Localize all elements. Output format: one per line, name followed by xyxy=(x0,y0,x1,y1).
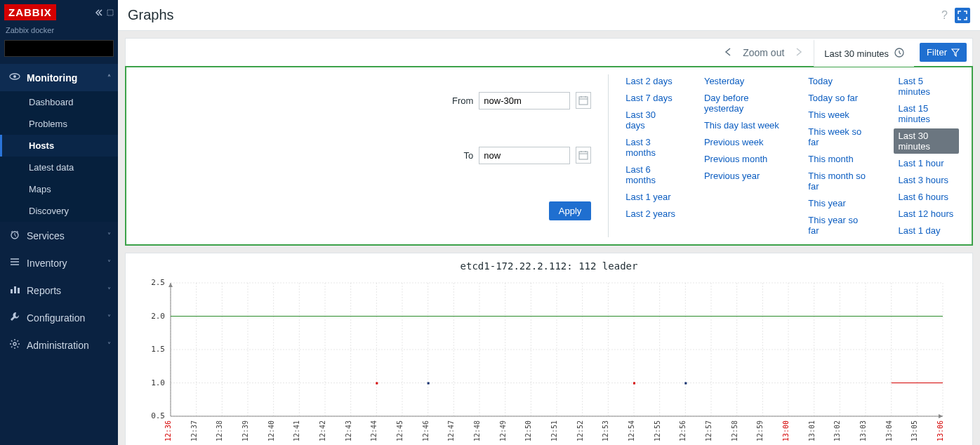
logo: ZABBIX xyxy=(4,4,56,20)
preset-day-before-yesterday[interactable]: Day before yesterday xyxy=(704,93,780,114)
filter-button[interactable]: Filter xyxy=(920,43,967,62)
preset-last-3-months[interactable]: Last 3 months xyxy=(625,137,676,158)
preset-last-3-hours[interactable]: Last 3 hours xyxy=(898,175,955,185)
apply-button[interactable]: Apply xyxy=(549,201,592,220)
preset-last-2-years[interactable]: Last 2 years xyxy=(625,208,676,219)
preset-last-1-year[interactable]: Last 1 year xyxy=(625,192,676,202)
page-title: Graphs xyxy=(128,7,174,23)
time-nav: Zoom out Last 30 minutes Filter xyxy=(125,38,973,67)
svg-rect-100 xyxy=(428,383,430,385)
nav-monitoring[interactable]: Monitoring˄ xyxy=(0,64,118,91)
nav-administration[interactable]: Administration˅ xyxy=(0,331,118,359)
chevron-down-icon: ˅ xyxy=(107,232,111,239)
preset-last-1-hour[interactable]: Last 1 hour xyxy=(898,158,955,168)
svg-text:12:58: 12:58 xyxy=(731,420,739,441)
nav-services[interactable]: Services˅ xyxy=(0,222,118,249)
svg-point-12 xyxy=(13,343,16,345)
to-label: To xyxy=(452,150,473,161)
time-range-tab[interactable]: Last 30 minutes xyxy=(814,39,914,67)
svg-text:12:45: 12:45 xyxy=(396,420,404,441)
bar-icon xyxy=(7,284,22,297)
svg-rect-18 xyxy=(579,152,588,159)
svg-text:12:52: 12:52 xyxy=(576,420,584,441)
svg-text:12:48: 12:48 xyxy=(473,420,481,441)
preset-this-month-so-far[interactable]: This month so far xyxy=(808,171,870,192)
nav-configuration[interactable]: Configuration˅ xyxy=(0,304,118,331)
svg-text:12:54: 12:54 xyxy=(628,420,635,441)
svg-text:1.5: 1.5 xyxy=(151,345,165,354)
preset-last-6-hours[interactable]: Last 6 hours xyxy=(898,192,955,202)
filter-panel: From To Apply Last 2 daysLast 7 daysLa xyxy=(125,67,973,246)
preset-this-day-last-week[interactable]: This day last week xyxy=(704,120,780,131)
svg-text:12:44: 12:44 xyxy=(370,420,378,441)
svg-text:1.0: 1.0 xyxy=(151,378,165,387)
search-input[interactable] xyxy=(4,40,114,57)
calendar-icon[interactable] xyxy=(576,92,591,109)
app-subtitle: Zabbix docker xyxy=(0,25,118,40)
topbar: Graphs ? xyxy=(118,0,980,31)
help-icon[interactable]: ? xyxy=(941,9,948,22)
preset-this-month[interactable]: This month xyxy=(808,154,870,164)
preset-last-1-day[interactable]: Last 1 day xyxy=(898,225,955,236)
preset-previous-week[interactable]: Previous week xyxy=(704,137,780,147)
nav-item-maps[interactable]: Maps xyxy=(0,178,118,200)
time-prev-icon[interactable] xyxy=(724,47,731,58)
calendar-icon[interactable] xyxy=(576,147,591,164)
nav-item-hosts[interactable]: Hosts xyxy=(0,135,118,157)
wrench-icon xyxy=(7,311,22,324)
collapse-sidebar-icon[interactable] xyxy=(95,8,114,17)
nav-reports[interactable]: Reports˅ xyxy=(0,277,118,304)
svg-text:2.5: 2.5 xyxy=(151,278,165,287)
preset-last-30-minutes[interactable]: Last 30 minutes xyxy=(894,128,959,154)
chevron-down-icon: ˅ xyxy=(107,259,111,267)
svg-text:12:38: 12:38 xyxy=(216,420,223,441)
preset-this-year-so-far[interactable]: This year so far xyxy=(808,215,870,236)
preset-last-5-minutes[interactable]: Last 5 minutes xyxy=(898,76,955,97)
svg-text:13:04: 13:04 xyxy=(885,420,893,441)
svg-text:13:05: 13:05 xyxy=(911,420,918,441)
preset-last-2-days[interactable]: Last 2 days xyxy=(625,76,676,86)
svg-text:12:57: 12:57 xyxy=(705,420,713,441)
preset-last-7-days[interactable]: Last 7 days xyxy=(625,93,676,103)
preset-today[interactable]: Today xyxy=(808,76,870,86)
preset-yesterday[interactable]: Yesterday xyxy=(704,76,780,86)
svg-text:12:49: 12:49 xyxy=(499,420,507,441)
svg-text:12:50: 12:50 xyxy=(524,420,532,441)
nav-item-discovery[interactable]: Discovery xyxy=(0,200,118,222)
preset-last-6-months[interactable]: Last 6 months xyxy=(625,164,676,185)
zoom-out-button[interactable]: Zoom out xyxy=(743,47,784,58)
preset-this-year[interactable]: This year xyxy=(808,198,870,208)
nav-inventory[interactable]: Inventory˅ xyxy=(0,249,118,277)
svg-text:12:43: 12:43 xyxy=(345,420,352,441)
chart-plot: 0.51.01.52.02.510-24 12:3612:3712:3812:3… xyxy=(135,276,950,445)
list-icon xyxy=(7,256,22,270)
svg-text:12:42: 12:42 xyxy=(319,420,326,441)
nav-item-problems[interactable]: Problems xyxy=(0,113,118,135)
preset-previous-month[interactable]: Previous month xyxy=(704,154,780,164)
svg-text:10-24 13:06: 10-24 13:06 xyxy=(936,420,944,445)
from-input[interactable] xyxy=(479,92,570,109)
svg-rect-14 xyxy=(579,97,588,105)
svg-text:12:37: 12:37 xyxy=(190,420,198,441)
preset-last-15-minutes[interactable]: Last 15 minutes xyxy=(898,103,955,124)
svg-rect-10 xyxy=(14,286,16,293)
nav-item-latest-data[interactable]: Latest data xyxy=(0,157,118,178)
svg-text:12:47: 12:47 xyxy=(447,420,455,441)
to-input[interactable] xyxy=(479,147,570,164)
svg-rect-0 xyxy=(107,10,113,15)
svg-text:12:41: 12:41 xyxy=(293,420,300,441)
chevron-down-icon: ˅ xyxy=(107,341,111,349)
preset-previous-year[interactable]: Previous year xyxy=(704,171,780,181)
chart-title: etcd1-172.22.2.112: 112 leader xyxy=(135,260,962,272)
preset-last-30-days[interactable]: Last 30 days xyxy=(625,109,676,131)
time-next-icon xyxy=(795,47,802,58)
clock-icon xyxy=(7,229,22,242)
eye-icon xyxy=(7,71,22,84)
preset-today-so-far[interactable]: Today so far xyxy=(808,93,870,103)
preset-this-week-so-far[interactable]: This week so far xyxy=(808,126,870,147)
fullscreen-icon[interactable] xyxy=(955,8,970,23)
nav-item-dashboard[interactable]: Dashboard xyxy=(0,91,118,113)
chevron-down-icon: ˅ xyxy=(107,286,111,294)
preset-last-12-hours[interactable]: Last 12 hours xyxy=(898,208,955,219)
preset-this-week[interactable]: This week xyxy=(808,109,870,120)
